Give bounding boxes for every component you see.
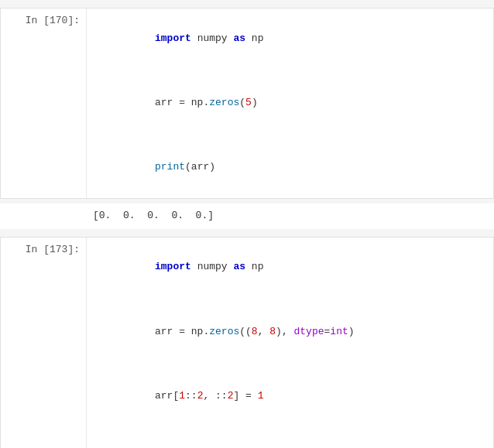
func-zeros2: zeros (209, 326, 239, 337)
code-line: arr[1::2, ::2] = 1 (94, 372, 485, 420)
output-content-1: [0. 0. 0. 0. 0.] (85, 203, 494, 229)
number-8a: 8 (252, 326, 258, 337)
cell-prompt-2: In [173]: (1, 238, 86, 448)
output-cell-1: [0. 0. 0. 0. 0.] (0, 203, 494, 229)
code-line (94, 356, 485, 372)
keyword-import: import (155, 32, 191, 44)
code-line: arr = np.zeros((8, 8), dtype=int) (94, 308, 485, 356)
number-8b: 8 (269, 326, 276, 337)
keyword-as: as (233, 32, 245, 44)
keyword-dtype: dtype (294, 326, 324, 337)
prompt-label-2: In [173]: (26, 244, 80, 255)
output-gutter-1 (0, 203, 85, 229)
keyword-int: int (330, 326, 348, 337)
number-5: 5 (245, 97, 252, 108)
code-line (94, 128, 485, 144)
number-1b: 1 (258, 390, 264, 402)
code-line (94, 63, 485, 79)
notebook: In [170]: import numpy as np arr = np.ze… (0, 0, 494, 448)
cell-block-1: In [170]: import numpy as np arr = np.ze… (0, 8, 494, 229)
number-2b: 2 (228, 390, 234, 402)
func-zeros: zeros (209, 97, 239, 108)
prompt-label-1: In [170]: (26, 15, 80, 26)
keyword-import2: import (155, 261, 191, 272)
func-print: print (155, 161, 185, 173)
number-1a: 1 (179, 390, 185, 402)
code-line: import numpy as np (94, 244, 485, 292)
code-line: import numpy as np (94, 15, 485, 63)
input-cell-1: In [170]: import numpy as np arr = np.ze… (0, 8, 494, 199)
code-line (94, 420, 485, 436)
code-line: arr = np.zeros(5) (94, 79, 485, 127)
code-line: print(arr) (94, 143, 485, 191)
code-line (94, 292, 485, 308)
code-line: arr[::2, 1::2] = 1 (94, 436, 485, 448)
cell-prompt-1: In [170]: (1, 9, 86, 198)
cell-code-2[interactable]: import numpy as np arr = np.zeros((8, 8)… (86, 238, 493, 448)
cell-block-2: In [173]: import numpy as np arr = np.ze… (0, 237, 494, 448)
keyword-as2: as (233, 261, 245, 272)
cell-code-1[interactable]: import numpy as np arr = np.zeros(5) pri… (86, 9, 493, 198)
input-cell-2: In [173]: import numpy as np arr = np.ze… (0, 237, 494, 448)
